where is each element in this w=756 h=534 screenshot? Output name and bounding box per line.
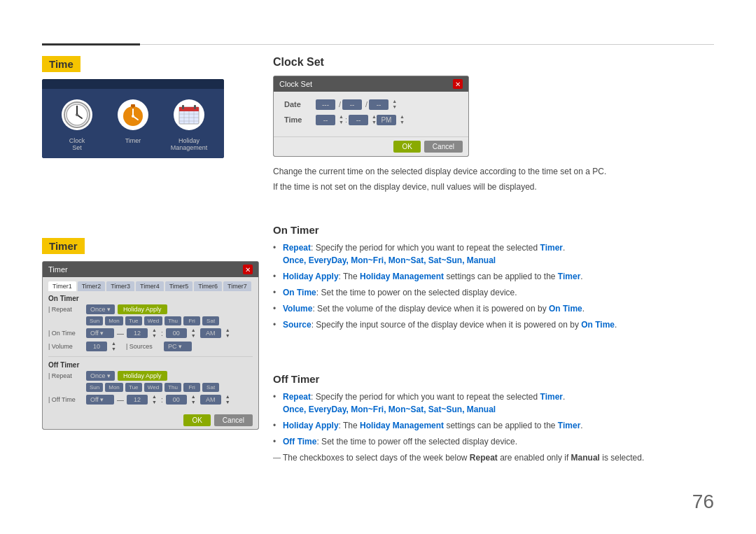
timer-dialog-close[interactable]: ✕ [243, 265, 253, 274]
on-volume-item: Volume: Set the volume of the display de… [273, 302, 714, 315]
date-field-1[interactable]: --- [316, 99, 335, 110]
cancel-button[interactable]: Cancel [424, 141, 463, 153]
dialog-body: Date --- / -- / -- ▲ ▼ Time -- ▲ ▼ : - [274, 92, 468, 136]
off-day-tue[interactable]: Tue [125, 383, 142, 392]
day-sun[interactable]: Sun [86, 316, 103, 325]
off-repeat-period: . [563, 392, 565, 402]
date-row: Date --- / -- / -- ▲ ▼ [284, 99, 458, 110]
timer-section: Timer Timer ✕ Timer1 Timer2 Timer3 Timer… [42, 238, 238, 430]
time-stepper-1[interactable]: ▲ ▼ [339, 114, 344, 125]
time-section: Time [42, 56, 238, 158]
off-holiday-period: . [580, 421, 582, 430]
off-min-stepper[interactable]: ▲▼ [191, 394, 196, 405]
time-row: Time -- ▲ ▼ : -- ▲ ▼ PM ▲ ▼ [284, 114, 458, 125]
off-day-thu[interactable]: Thu [164, 383, 181, 392]
date-field-3[interactable]: -- [369, 99, 388, 110]
time-field-1[interactable]: -- [316, 115, 335, 125]
time-field-2[interactable]: -- [349, 115, 368, 125]
repeat-dropdown[interactable]: Once ▾ [86, 304, 115, 314]
on-time-dropdown[interactable]: Off ▾ [86, 328, 114, 338]
off-time-sep: — [117, 396, 124, 404]
dialog-close-button[interactable]: ✕ [453, 79, 463, 89]
timer-tab-1[interactable]: Timer1 [48, 281, 76, 291]
off-holiday-item: Holiday Apply: The Holiday Management se… [273, 419, 714, 432]
sources-label: | Sources [126, 343, 161, 350]
date-stepper[interactable]: ▲ ▼ [392, 99, 397, 110]
off-repeat-dropdown[interactable]: Once ▾ [86, 371, 115, 381]
on-source-link: Source [283, 320, 312, 330]
off-timer-title: Off Timer [273, 373, 714, 385]
min-stepper[interactable]: ▲▼ [191, 328, 196, 339]
day-mon[interactable]: Mon [105, 316, 123, 325]
timer-tab-6[interactable]: Timer6 [194, 281, 222, 291]
off-repeat-item: Repeat: Specify the period for which you… [273, 391, 714, 416]
off-note-bold2: Manual [571, 453, 600, 463]
img-footer: ClockSet Timer HolidayManagement [42, 137, 224, 158]
date-sep-1: / [339, 100, 341, 108]
on-source-text: : Specify the input source of the displa… [312, 320, 582, 330]
ampm-field[interactable]: PM [377, 115, 396, 125]
off-day-mon[interactable]: Mon [105, 383, 123, 392]
off-day-sun[interactable]: Sun [86, 383, 103, 392]
day-tue[interactable]: Tue [125, 316, 142, 325]
off-holiday-apply-btn[interactable]: Holiday Apply [118, 371, 167, 381]
date-field-2[interactable]: -- [342, 99, 362, 110]
off-min-field[interactable]: 00 [166, 395, 187, 405]
on-holiday-period: . [580, 272, 582, 281]
on-volume-link: Volume [283, 304, 312, 314]
min-field[interactable]: 00 [166, 328, 187, 338]
off-timer-label: Off Timer [48, 361, 253, 369]
on-time-sep: — [117, 330, 124, 337]
clock-svg [65, 103, 89, 127]
day-thu[interactable]: Thu [164, 316, 181, 325]
sources-dropdown[interactable]: PC ▾ [164, 342, 192, 351]
timer-tab-7[interactable]: Timer7 [223, 281, 251, 291]
off-day-wed[interactable]: Wed [144, 383, 162, 392]
clock-face [64, 101, 90, 128]
clock-set-title: Clock Set [273, 56, 714, 69]
on-timer-title: On Timer [273, 224, 714, 236]
off-hour-field[interactable]: 12 [127, 395, 148, 405]
off-time-colon: : [161, 396, 163, 404]
day-sat[interactable]: Sat [202, 316, 219, 325]
day-fri[interactable]: Fri [183, 316, 200, 325]
on-holiday-item: Holiday Apply: The Holiday Management se… [273, 270, 714, 283]
repeat-label: | Repeat [48, 306, 83, 313]
time-stepper-2[interactable]: ▲ ▼ [372, 114, 377, 125]
volume-stepper[interactable]: ▲▼ [111, 341, 116, 352]
off-day-sat[interactable]: Sat [202, 383, 219, 392]
ampm-select[interactable]: AM [200, 328, 221, 338]
holiday-apply-btn[interactable]: Holiday Apply [118, 304, 167, 314]
ok-button[interactable]: OK [393, 141, 420, 153]
time-label: Time [284, 115, 316, 124]
day-wed[interactable]: Wed [144, 316, 162, 325]
off-ampm-select[interactable]: AM [200, 395, 221, 405]
timer-tab-3[interactable]: Timer3 [106, 281, 134, 291]
hour-stepper[interactable]: ▲▼ [152, 328, 157, 339]
volume-field[interactable]: 10 [86, 342, 107, 351]
off-holiday-timer-link: Timer [558, 421, 580, 430]
timer-tab-5[interactable]: Timer5 [165, 281, 193, 291]
time-heading: Time [42, 56, 80, 72]
timer-label: Timer [105, 137, 161, 151]
ampm-stepper[interactable]: ▲ ▼ [400, 114, 405, 125]
off-day-fri[interactable]: Fri [183, 383, 200, 392]
ampm-stepper2[interactable]: ▲▼ [225, 328, 230, 339]
timer-cancel-button[interactable]: Cancel [214, 414, 253, 426]
timer-tab-2[interactable]: Timer2 [78, 281, 106, 291]
svg-rect-19 [194, 105, 196, 109]
off-time-dropdown[interactable]: Off ▾ [86, 395, 114, 405]
thick-line [42, 43, 140, 45]
dialog-footer: OK Cancel [274, 136, 468, 156]
timer-tab-4[interactable]: Timer4 [136, 281, 164, 291]
off-hour-stepper[interactable]: ▲▼ [152, 394, 157, 405]
on-time-item: On Time: Set the time to power on the se… [273, 286, 714, 299]
off-ampm-stepper[interactable]: ▲▼ [225, 394, 230, 405]
off-time-link: Off Time [283, 437, 316, 447]
on-time-label: | On Time [48, 330, 83, 337]
on-holiday-timer-link: Timer [558, 272, 580, 281]
timer-ok-button[interactable]: OK [183, 414, 210, 426]
on-volume-period: . [582, 304, 584, 314]
timer-dialog-title: Timer [48, 265, 68, 274]
hour-field[interactable]: 12 [127, 328, 148, 338]
